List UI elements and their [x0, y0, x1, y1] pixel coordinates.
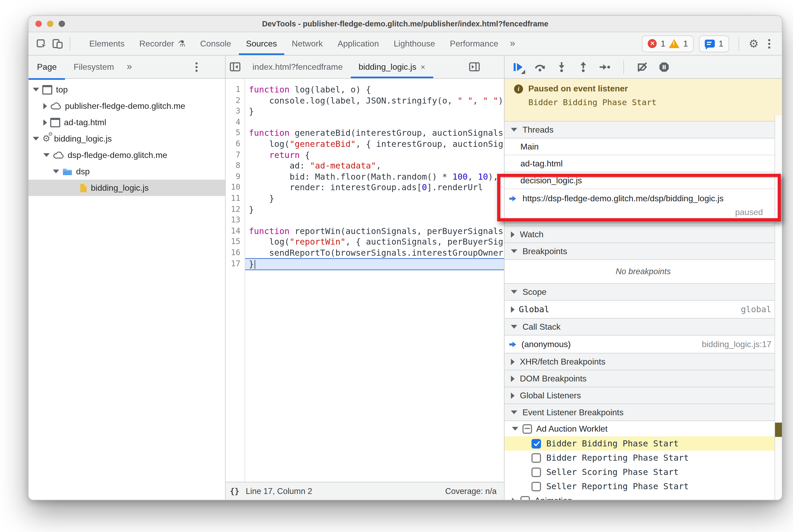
section-threads[interactable]: Threads	[505, 121, 782, 138]
code-line[interactable]: bid: Math.floor(Math.random() * 100, 10)…	[245, 172, 504, 183]
unchecked-checkbox[interactable]	[531, 481, 541, 491]
tab-page[interactable]: Page	[29, 54, 65, 80]
section-breakpoints[interactable]: Breakpoints	[505, 243, 782, 260]
line-number[interactable]: 6	[226, 139, 245, 150]
tab-console[interactable]: Console	[193, 32, 239, 55]
line-number[interactable]: 16	[226, 248, 245, 259]
chevron-down-icon[interactable]	[43, 153, 50, 157]
category-animation[interactable]: Animation	[505, 493, 782, 500]
code-line[interactable]: render: interestGroup.ads[0].renderUrl	[245, 183, 504, 193]
thread-row[interactable]: Main	[505, 138, 782, 155]
console-summary-badge[interactable]: 1 1	[642, 35, 694, 52]
tree-item-bidding-logic-js[interactable]: ⚙bidding_logic.js	[29, 131, 225, 147]
line-number[interactable]: 4	[226, 117, 245, 128]
section-call-stack[interactable]: Call Stack	[505, 318, 782, 336]
line-number[interactable]: 12	[226, 204, 245, 215]
pause-on-exceptions-button[interactable]	[657, 59, 672, 74]
more-navigator-tabs-icon[interactable]: »	[122, 61, 136, 72]
zoom-window-button[interactable]	[59, 21, 65, 27]
tree-item-dsp[interactable]: dsp	[29, 163, 225, 179]
event-breakpoint-bidder-bidding-phase-start[interactable]: Bidder Bidding Phase Start	[505, 436, 782, 451]
line-number[interactable]: 1	[226, 84, 245, 95]
tab-filesystem[interactable]: Filesystem	[65, 54, 122, 80]
line-number[interactable]: 3	[226, 106, 245, 117]
code-line[interactable]: log("reportWin", { auctionSignals, perBu…	[245, 237, 504, 248]
line-number[interactable]: 14	[226, 226, 245, 237]
call-stack-frame[interactable]: (anonymous) bidding_logic.js:17	[505, 336, 782, 354]
more-panels-icon[interactable]: »	[506, 38, 519, 49]
tab-elements[interactable]: Elements	[82, 32, 132, 55]
event-breakpoint-bidder-reporting-phase-start[interactable]: Bidder Reporting Phase Start	[505, 451, 782, 465]
close-tab-icon[interactable]: ×	[420, 62, 425, 71]
code-line[interactable]: function reportWin(auctionSignals, perBu…	[245, 226, 504, 237]
section-event-listener-breakpoints[interactable]: Event Listener Breakpoints	[505, 404, 782, 421]
indeterminate-checkbox[interactable]	[523, 424, 532, 434]
unchecked-checkbox[interactable]	[531, 453, 541, 462]
step-out-button[interactable]	[576, 59, 591, 74]
checked-checkbox[interactable]	[531, 439, 541, 448]
tab-performance[interactable]: Performance	[442, 32, 506, 55]
line-number[interactable]: 7	[226, 150, 245, 160]
thread-row[interactable]: ad-tag.html	[505, 155, 782, 172]
tree-item-ad-tag-html[interactable]: ad-tag.html	[29, 114, 225, 131]
code-line[interactable]: console.log(label, JSON.stringify(o, " "…	[245, 95, 504, 106]
line-number[interactable]: 10	[226, 183, 245, 193]
line-number[interactable]: 15	[226, 237, 245, 248]
thread-row-current[interactable]: https://dsp-fledge-demo.glitch.me/dsp/bi…	[505, 189, 782, 226]
code-line[interactable]: return {	[245, 150, 504, 160]
scope-global-row[interactable]: Global global	[505, 301, 782, 319]
tree-item-top[interactable]: top	[29, 81, 225, 98]
close-window-button[interactable]	[35, 21, 42, 27]
code-line[interactable]: sendReportTo(browserSignals.interestGrou…	[245, 248, 504, 259]
code-line[interactable]: }	[245, 193, 504, 204]
resume-script-button[interactable]	[511, 59, 526, 74]
code-lines[interactable]: function log(label, o) { console.log(lab…	[245, 79, 504, 482]
section-dom-breakpoints[interactable]: DOM Breakpoints	[505, 370, 782, 387]
scroll-tabs-left-icon[interactable]	[226, 55, 245, 78]
code-line[interactable]: }	[245, 204, 504, 215]
minimize-window-button[interactable]	[47, 21, 53, 27]
line-number[interactable]: 9	[226, 172, 245, 183]
event-breakpoint-seller-scoring-phase-start[interactable]: Seller Scoring Phase Start	[505, 465, 782, 479]
event-breakpoint-seller-reporting-phase-start[interactable]: Seller Reporting Phase Start	[505, 479, 782, 493]
chevron-right-icon[interactable]	[43, 119, 47, 126]
code-line[interactable]: log("generateBid", { interestGroup, auct…	[245, 139, 504, 150]
chevron-right-icon[interactable]	[43, 103, 47, 109]
editor-tab-index-html[interactable]: index.html?fencedframe	[245, 55, 351, 78]
tree-item-bidding-logic-js[interactable]: bidding_logic.js	[29, 179, 225, 196]
chevron-down-icon[interactable]	[33, 137, 39, 140]
section-scope[interactable]: Scope	[505, 283, 782, 301]
issues-badge[interactable]: 1	[699, 35, 729, 52]
thread-row[interactable]: decision_logic.js	[505, 172, 782, 189]
unchecked-checkbox[interactable]	[521, 496, 530, 500]
step-over-button[interactable]	[532, 59, 547, 74]
code-line[interactable]	[245, 215, 504, 226]
scroll-tabs-right-icon[interactable]	[465, 55, 484, 78]
line-number[interactable]: 2	[226, 95, 245, 106]
customize-menu-icon[interactable]	[768, 42, 770, 45]
line-number[interactable]: 11	[226, 193, 245, 204]
chevron-down-icon[interactable]	[33, 88, 39, 91]
code-line-current[interactable]: }	[245, 259, 504, 269]
tab-network[interactable]: Network	[284, 32, 330, 55]
navigator-menu-icon[interactable]	[195, 66, 197, 68]
inspect-element-icon[interactable]	[34, 36, 50, 52]
code-line[interactable]: }	[245, 106, 504, 117]
scrollbar[interactable]	[775, 115, 782, 500]
step-into-button[interactable]	[554, 59, 569, 74]
section-global-listeners[interactable]: Global Listeners	[505, 387, 782, 404]
line-number-gutter[interactable]: 1234567891011121314151617	[226, 79, 245, 482]
step-button[interactable]	[598, 59, 612, 74]
section-watch[interactable]: Watch	[505, 226, 782, 243]
line-number[interactable]: 13	[226, 215, 245, 226]
tree-item-publisher-fledge-demo-glitch-me[interactable]: publisher-fledge-demo.glitch.me	[29, 98, 225, 114]
category-ad-auction-worklet[interactable]: Ad Auction Worklet	[505, 421, 782, 436]
code-line[interactable]	[245, 117, 504, 128]
code-editor[interactable]: 1234567891011121314151617 function log(l…	[226, 79, 504, 482]
code-line[interactable]: function log(label, o) {	[245, 84, 504, 95]
tab-application[interactable]: Application	[330, 32, 386, 55]
code-line[interactable]: ad: "ad-metadata",	[245, 160, 504, 171]
settings-gear-icon[interactable]: ⚙	[749, 38, 759, 49]
tab-recorder[interactable]: Recorder⚗	[132, 32, 193, 55]
tab-lighthouse[interactable]: Lighthouse	[386, 32, 442, 55]
